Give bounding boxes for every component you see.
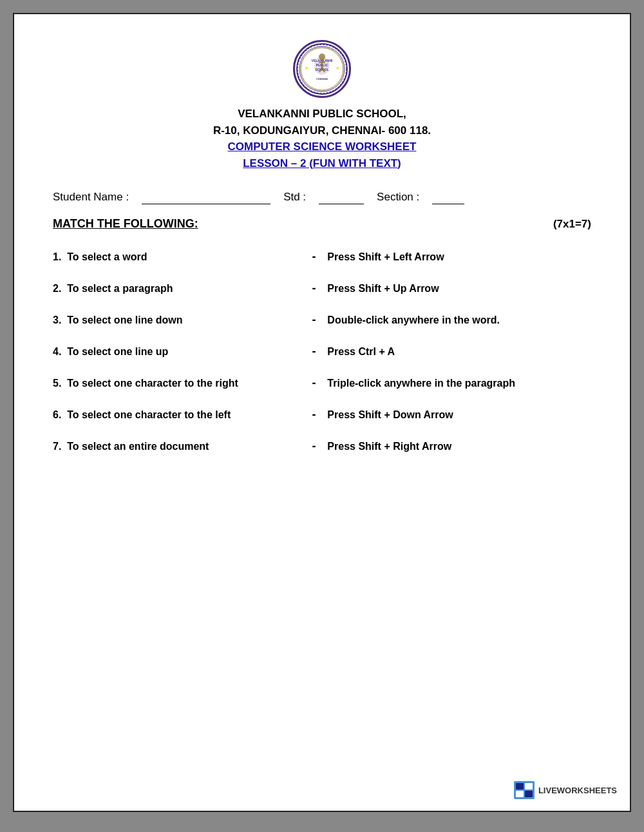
dash-5: - [301, 376, 328, 390]
dash-6: - [301, 408, 328, 421]
left-item-1: 1. To select a word [53, 251, 301, 263]
right-item-4: Press Ctrl + A [327, 346, 591, 358]
match-table: 1. To select a word - Press Shift + Left… [53, 250, 591, 453]
table-row: 4. To select one line up - Press Ctrl + … [53, 345, 591, 358]
match-heading: MATCH THE FOLLOWING: [53, 217, 198, 231]
row-number-6: 6. [53, 409, 67, 420]
left-item-3: 3. To select one line down [53, 314, 301, 326]
svg-point-7 [319, 53, 325, 60]
row-number-4: 4. [53, 346, 67, 357]
header: VELANKANNI PUBLIC SCHOOL CHENNAI ★ ★ VEL… [53, 40, 591, 171]
left-item-6: 6. To select one character to the left [53, 409, 301, 421]
worksheet-title: COMPUTER SCIENCE WORKSHEET [53, 139, 591, 155]
right-item-1: Press Shift + Left Arrow [327, 251, 591, 263]
school-name-line1: VELANKANNI PUBLIC SCHOOL, [53, 106, 591, 122]
row-number-7: 7. [53, 441, 67, 452]
left-item-4: 4. To select one line up [53, 346, 301, 358]
dash-4: - [301, 345, 328, 358]
svg-text:★: ★ [305, 66, 308, 70]
left-item-2: 2. To select a paragraph [53, 283, 301, 295]
dash-1: - [301, 250, 328, 264]
dash-2: - [301, 282, 328, 295]
worksheet-page: VELANKANNI PUBLIC SCHOOL CHENNAI ★ ★ VEL… [13, 13, 631, 812]
svg-text:CHENNAI: CHENNAI [316, 77, 328, 81]
liveworksheets-label: LIVEWORKSHEETS [538, 786, 617, 795]
marks-label: (7x1=7) [553, 218, 591, 231]
lesson-title: LESSON – 2 (FUN WITH TEXT) [53, 155, 591, 172]
name-label: Student Name : [53, 191, 129, 204]
row-number-5: 5. [53, 378, 67, 389]
student-info-row: Student Name : Std : Section : [53, 191, 591, 204]
dash-7: - [301, 440, 328, 453]
liveworksheets-icon [514, 781, 535, 799]
row-number-2: 2. [53, 283, 67, 294]
table-row: 3. To select one line down - Double-clic… [53, 313, 591, 327]
svg-text:★: ★ [336, 66, 339, 70]
name-input[interactable] [142, 191, 270, 204]
row-number-1: 1. [53, 251, 67, 262]
table-row: 7. To select an entire document - Press … [53, 440, 591, 453]
table-row: 6. To select one character to the left -… [53, 408, 591, 421]
liveworksheets-badge: LIVEWORKSHEETS [514, 781, 617, 799]
section-header: MATCH THE FOLLOWING: (7x1=7) [53, 217, 591, 231]
table-row: 5. To select one character to the right … [53, 376, 591, 390]
school-logo: VELANKANNI PUBLIC SCHOOL CHENNAI ★ ★ [293, 40, 351, 98]
right-item-7: Press Shift + Right Arrow [327, 441, 591, 452]
right-item-6: Press Shift + Down Arrow [327, 409, 591, 421]
left-item-7: 7. To select an entire document [53, 441, 301, 452]
dash-3: - [301, 313, 328, 327]
left-item-5: 5. To select one character to the right [53, 378, 301, 389]
table-row: 1. To select a word - Press Shift + Left… [53, 250, 591, 264]
right-item-2: Press Shift + Up Arrow [327, 283, 591, 295]
section-label: Section : [377, 191, 419, 204]
row-number-3: 3. [53, 314, 67, 325]
std-label: Std : [283, 191, 306, 204]
std-input[interactable] [319, 191, 364, 204]
right-item-5: Triple-click anywhere in the paragraph [327, 378, 591, 389]
section-input[interactable] [432, 191, 464, 204]
table-row: 2. To select a paragraph - Press Shift +… [53, 282, 591, 295]
school-name-line2: R-10, KODUNGAIYUR, CHENNAI- 600 118. [53, 122, 591, 139]
right-item-3: Double-click anywhere in the word. [327, 314, 591, 326]
